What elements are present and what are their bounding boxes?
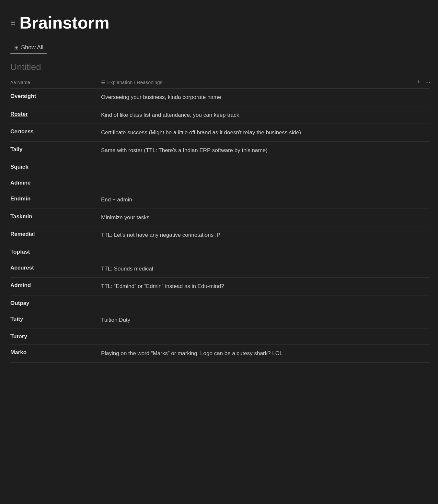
row-explanation: Tuition Duty	[101, 316, 430, 324]
tab-show-all[interactable]: ⊞ Show All	[10, 42, 47, 54]
table-row[interactable]: TuityTuition Duty	[10, 311, 430, 329]
row-name: Tally	[10, 146, 101, 153]
row-explanation: TTL: Let's not have any negative connota…	[101, 231, 430, 239]
add-column-button[interactable]: +	[417, 79, 420, 86]
column-header-explanation: ☰ Explanation / Reasonings	[101, 79, 417, 85]
more-options-button[interactable]: ···	[425, 79, 430, 86]
row-name: Topfast	[10, 249, 101, 255]
table-icon: ⊞	[14, 44, 18, 51]
page-title: Brainstorm	[19, 13, 109, 32]
lines-icon: ☰	[101, 80, 105, 85]
row-name: Remedial	[10, 231, 101, 237]
row-name: Certcess	[10, 128, 101, 135]
row-explanation: TTL: “Edmind” or “Edmin” instead as in E…	[101, 282, 430, 291]
row-explanation: Minimize your tasks	[101, 213, 430, 222]
table-row[interactable]: TallySame with roster (TTL: There's a In…	[10, 142, 430, 160]
tabs-row: ⊞ Show All	[10, 42, 430, 54]
row-name: Endmin	[10, 196, 101, 202]
table-row[interactable]: EndminEnd + admin	[10, 191, 430, 209]
row-name: Tuity	[10, 316, 101, 322]
explanation-column-label: Explanation / Reasonings	[107, 79, 162, 85]
aa-prefix: Aa	[10, 80, 16, 85]
table-row[interactable]: Admine	[10, 175, 430, 191]
table-row[interactable]: Tutory	[10, 329, 430, 345]
table-header-row: Aa Name ☰ Explanation / Reasonings + ···	[10, 76, 430, 89]
column-actions: + ···	[417, 79, 430, 86]
table-row[interactable]: TaskminMinimize your tasks	[10, 209, 430, 227]
row-name: Roster	[10, 111, 101, 117]
name-column-label: Name	[17, 79, 30, 85]
row-explanation: TTL: Sounds medical	[101, 265, 430, 273]
row-explanation: Playing on the word “Marks” or marking. …	[101, 349, 430, 358]
page-title-row: ≡ Brainstorm	[10, 13, 430, 32]
row-name: Outpay	[10, 300, 101, 306]
table-row[interactable]: Squick	[10, 159, 430, 175]
table-section: Untitled Aa Name ☰ Explanation / Reasoni…	[10, 62, 430, 363]
row-name: Admine	[10, 180, 101, 186]
table-row[interactable]: MarkoPlaying on the word “Marks” or mark…	[10, 345, 430, 363]
table-row[interactable]: AccurestTTL: Sounds medical	[10, 260, 430, 278]
column-header-name: Aa Name	[10, 79, 101, 85]
table-row[interactable]: CertcessCertificate success (Might be a …	[10, 124, 430, 142]
page-container: ≡ Brainstorm ⊞ Show All Untitled Aa Name…	[0, 0, 438, 376]
table-rows-container: OversightOverseeing your business, kinda…	[10, 89, 430, 363]
table-row[interactable]: AdmindTTL: “Edmind” or “Edmin” instead a…	[10, 278, 430, 295]
table-title: Untitled	[10, 62, 430, 72]
row-name: Tutory	[10, 333, 101, 340]
menu-icon: ≡	[10, 18, 16, 28]
row-name: Marko	[10, 349, 101, 356]
tab-show-all-label: Show All	[21, 44, 43, 51]
row-name: Accurest	[10, 265, 101, 271]
row-explanation: Overseeing your business, kinda corporat…	[101, 93, 430, 102]
table-row[interactable]: Outpay	[10, 295, 430, 311]
row-explanation: Kind of like class list and attendance, …	[101, 111, 430, 119]
row-explanation: End + admin	[101, 196, 430, 204]
row-name: Squick	[10, 164, 101, 170]
table-row[interactable]: OversightOverseeing your business, kinda…	[10, 89, 430, 106]
row-name: Oversight	[10, 93, 101, 100]
row-name: Admind	[10, 282, 101, 289]
table-row[interactable]: Topfast	[10, 244, 430, 260]
row-name: Taskmin	[10, 213, 101, 220]
row-explanation: Certificate success (Might be a little o…	[101, 128, 430, 137]
table-row[interactable]: RosterKind of like class list and attend…	[10, 106, 430, 124]
row-explanation: Same with roster (TTL: There's a Indian …	[101, 146, 430, 155]
table-row[interactable]: RemedialTTL: Let's not have any negative…	[10, 226, 430, 244]
